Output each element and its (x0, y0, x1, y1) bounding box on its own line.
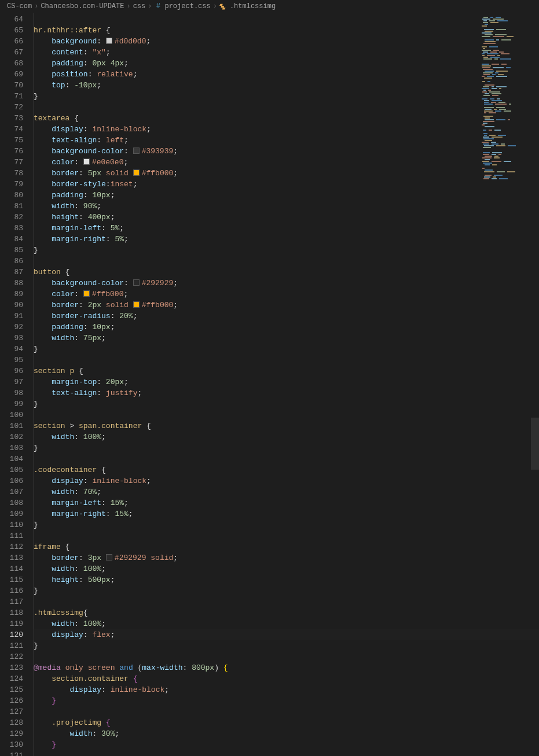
code-line[interactable]: padding: 10px; (34, 322, 539, 333)
code-line[interactable]: .htmlcssimg{ (34, 607, 539, 618)
code-line[interactable]: width: 100%; (34, 618, 539, 629)
chevron-right-icon: › (148, 2, 152, 10)
line-number-gutter: 6465666768697071727374757677787980818283… (0, 13, 34, 756)
code-line[interactable]: } (34, 91, 539, 102)
code-line[interactable]: } (34, 640, 539, 651)
code-line[interactable]: } (34, 344, 539, 355)
code-line[interactable]: section p { (34, 366, 539, 377)
code-line[interactable]: section > span.container { (34, 421, 539, 432)
code-line[interactable]: content: "x"; (34, 47, 539, 58)
code-line[interactable] (34, 410, 539, 421)
code-line[interactable]: width: 30%; (34, 728, 539, 739)
code-line[interactable]: section.container { (34, 673, 539, 684)
editor[interactable]: 6465666768697071727374757677787980818283… (0, 13, 539, 756)
code-line[interactable]: .codecontainer { (34, 464, 539, 475)
minimap[interactable] (475, 13, 539, 186)
code-line[interactable]: text-align: left; (34, 135, 539, 146)
code-line[interactable]: margin-left: 15%; (34, 497, 539, 508)
vertical-scrollbar[interactable] (531, 13, 539, 756)
breadcrumb[interactable]: CS-com › Chancesbo.com-UPDATE › css › # … (0, 0, 539, 13)
code-line[interactable]: width: 100%; (34, 563, 539, 574)
code-line[interactable]: iframe { (34, 541, 539, 552)
code-line[interactable]: } (34, 519, 539, 530)
code-line[interactable]: color: #ffb000; (34, 289, 539, 300)
code-line[interactable] (34, 355, 539, 366)
code-line[interactable]: text-align: justify; (34, 388, 539, 399)
breadcrumb-seg[interactable]: .htmlcssimg (230, 2, 276, 10)
code-line[interactable]: margin-top: 20px; (34, 377, 539, 388)
code-line[interactable] (34, 750, 539, 756)
code-line[interactable]: } (34, 695, 539, 706)
code-line[interactable]: textarea { (34, 113, 539, 124)
code-line[interactable] (34, 256, 539, 267)
code-line[interactable] (34, 706, 539, 717)
code-line[interactable]: display: inline-block; (34, 124, 539, 135)
code-line[interactable]: width: 75px; (34, 333, 539, 344)
code-line[interactable] (34, 530, 539, 541)
css-file-icon: # (154, 2, 162, 10)
code-line[interactable]: background: #d0d0d0; (34, 36, 539, 47)
code-line[interactable]: border: 3px #292929 solid; (34, 552, 539, 563)
breadcrumb-seg[interactable]: css (133, 2, 146, 10)
chevron-right-icon: › (34, 2, 38, 10)
breadcrumb-seg[interactable]: project.css (164, 2, 210, 10)
code-line[interactable]: background-color: #292929; (34, 278, 539, 289)
code-line[interactable]: border: 5px solid #ffb000; (34, 168, 539, 179)
code-line[interactable]: margin-right: 15%; (34, 508, 539, 519)
code-line[interactable]: .projectimg { (34, 717, 539, 728)
code-line[interactable] (34, 453, 539, 464)
code-line[interactable]: padding: 0px 4px; (34, 58, 539, 69)
code-line[interactable]: hr.nthhr::after { (34, 25, 539, 36)
code-line[interactable] (34, 14, 539, 25)
code-line[interactable]: } (34, 739, 539, 750)
code-line[interactable]: border: 2px solid #ffb000; (34, 300, 539, 311)
code-line[interactable]: display: inline-block; (34, 475, 539, 486)
code-line[interactable]: width: 70%; (34, 486, 539, 497)
code-line[interactable] (34, 651, 539, 662)
code-line[interactable] (34, 102, 539, 113)
code-line[interactable]: @media only screen and (max-width: 800px… (34, 662, 539, 673)
code-line[interactable]: } (34, 585, 539, 596)
code-line[interactable]: top: -10px; (34, 80, 539, 91)
css-selector-icon (219, 2, 228, 10)
code-line[interactable]: height: 500px; (34, 574, 539, 585)
code-line[interactable]: padding: 10px; (34, 190, 539, 201)
code-line[interactable]: width: 90%; (34, 201, 539, 212)
breadcrumb-seg[interactable]: Chancesbo.com-UPDATE (41, 2, 124, 10)
chevron-right-icon: › (213, 2, 217, 10)
code-line[interactable]: position: relative; (34, 69, 539, 80)
code-area[interactable]: hr.nthhr::after { background: #d0d0d0; c… (34, 13, 539, 756)
code-line[interactable]: width: 100%; (34, 432, 539, 442)
code-line[interactable]: color: #e0e0e0; (34, 157, 539, 168)
code-line[interactable]: display: inline-block; (34, 684, 539, 695)
code-line[interactable]: border-radius: 20%; (34, 311, 539, 322)
code-line[interactable]: height: 400px; (34, 212, 539, 223)
code-line[interactable]: } (34, 245, 539, 256)
code-line[interactable]: background-color: #393939; (34, 146, 539, 157)
breadcrumb-seg[interactable]: CS-com (7, 2, 32, 10)
code-line[interactable]: button { (34, 267, 539, 278)
code-line[interactable] (34, 596, 539, 607)
chevron-right-icon: › (126, 2, 130, 10)
code-line[interactable]: display: flex; (34, 629, 539, 640)
code-line[interactable]: margin-right: 5%; (34, 234, 539, 245)
code-line[interactable]: margin-left: 5%; (34, 223, 539, 234)
code-line[interactable]: } (34, 442, 539, 453)
code-line[interactable]: border-style:inset; (34, 179, 539, 190)
scrollbar-thumb[interactable] (531, 418, 539, 470)
code-line[interactable]: } (34, 399, 539, 410)
